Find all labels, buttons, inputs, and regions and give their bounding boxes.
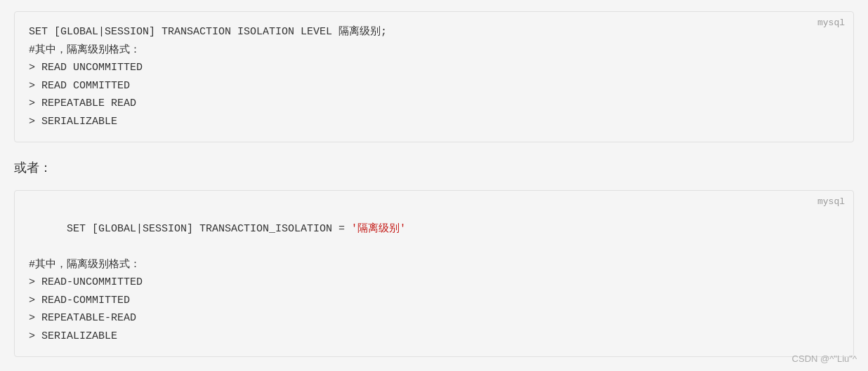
code-line: > REPEATABLE READ [29, 95, 839, 113]
lang-label-2: mysql [817, 196, 845, 207]
code-line: #其中，隔离级别格式： [29, 41, 839, 60]
code-line: > SERIALIZABLE [29, 113, 839, 131]
lang-label-1: mysql [817, 18, 845, 28]
code-block-1: mysql SET [GLOBAL|SESSION] TRANSACTION I… [14, 11, 854, 142]
code-line: SET [GLOBAL|SESSION] TRANSACTION ISOLATI… [29, 23, 839, 41]
code-line: #其中，隔离级别格式： [29, 256, 839, 274]
code-lines-2: SET [GLOBAL|SESSION] TRANSACTION_ISOLATI… [29, 202, 839, 345]
code-line: > READ COMMITTED [29, 77, 839, 95]
code-lines-1: SET [GLOBAL|SESSION] TRANSACTION ISOLATI… [29, 23, 839, 130]
code-line: > SERIALIZABLE [29, 328, 839, 346]
code-line: > READ UNCOMMITTED [29, 59, 839, 77]
code-line: > READ-COMMITTED [29, 292, 839, 310]
or-label: 或者： [0, 154, 868, 179]
code-line: > REPEATABLE-READ [29, 309, 839, 328]
code-line: > READ-UNCOMMITTED [29, 274, 839, 292]
csdn-watermark: CSDN @^"Liu"^ [792, 353, 857, 364]
code-block-2: mysql SET [GLOBAL|SESSION] TRANSACTION_I… [14, 190, 854, 357]
code-line-first: SET [GLOBAL|SESSION] TRANSACTION_ISOLATI… [29, 202, 839, 256]
